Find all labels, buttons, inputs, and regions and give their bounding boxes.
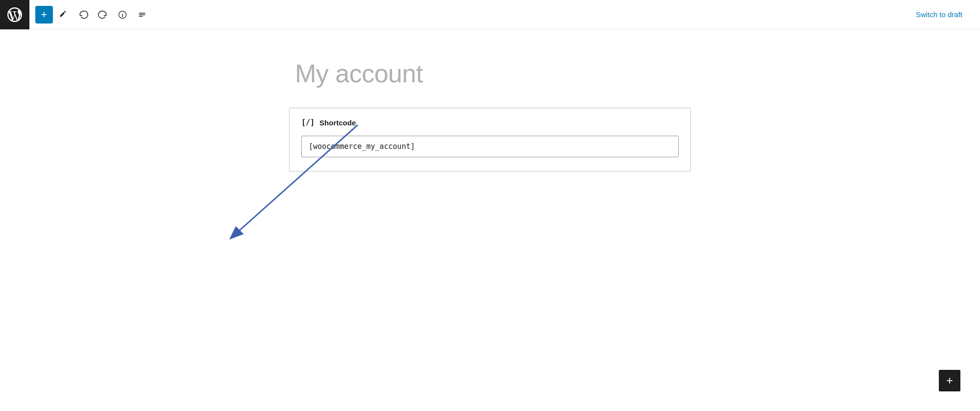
shortcode-input-wrapper[interactable] bbox=[301, 136, 679, 157]
toolbar-right: Switch to draft bbox=[910, 6, 980, 23]
wp-logo bbox=[0, 0, 29, 29]
redo-icon bbox=[98, 10, 108, 20]
redo-button[interactable] bbox=[94, 6, 112, 24]
switch-to-draft-button[interactable]: Switch to draft bbox=[910, 6, 968, 23]
edit-button[interactable] bbox=[55, 6, 73, 24]
info-button[interactable] bbox=[114, 6, 131, 24]
undo-icon bbox=[78, 10, 88, 20]
shortcode-block-label: Shortcode bbox=[319, 119, 356, 127]
shortcode-header: [/] Shortcode bbox=[301, 118, 679, 127]
info-icon bbox=[118, 10, 127, 20]
toolbar: + bbox=[0, 0, 980, 29]
list-icon bbox=[137, 10, 147, 20]
tools-button[interactable] bbox=[133, 6, 151, 24]
toolbar-left: + bbox=[29, 6, 910, 24]
add-block-bottom-button[interactable]: + bbox=[939, 370, 960, 391]
add-block-button[interactable]: + bbox=[35, 6, 53, 24]
wordpress-logo-icon bbox=[6, 6, 24, 24]
shortcode-block: [/] Shortcode bbox=[289, 108, 691, 171]
svg-point-2 bbox=[122, 12, 122, 13]
editor-content: My account [/] Shortcode bbox=[289, 29, 691, 201]
undo-button[interactable] bbox=[74, 6, 92, 24]
shortcode-input[interactable] bbox=[309, 142, 671, 151]
shortcode-block-icon: [/] bbox=[301, 118, 315, 127]
page-title: My account bbox=[289, 59, 691, 88]
pencil-icon bbox=[59, 10, 69, 20]
